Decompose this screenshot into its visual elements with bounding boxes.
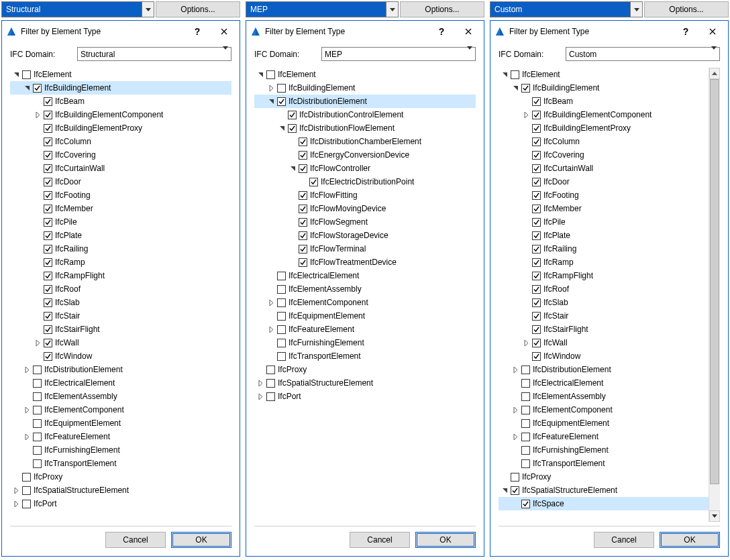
tree-node[interactable]: IfcPort [254, 390, 476, 403]
tree-checkbox[interactable] [532, 111, 541, 119]
tree-node[interactable]: IfcPile [499, 215, 709, 229]
tree-checkbox[interactable] [532, 285, 541, 294]
tree-node[interactable]: IfcBeam [10, 95, 231, 108]
tree-checkbox[interactable] [44, 178, 52, 186]
close-button[interactable] [701, 23, 724, 40]
tree-node[interactable]: IfcBuildingElement [10, 81, 231, 95]
expand-toggle[interactable] [11, 499, 21, 508]
scroll-down-button[interactable] [709, 510, 720, 522]
tree-checkbox[interactable] [521, 392, 530, 401]
tree-checkbox[interactable] [277, 312, 286, 321]
tree-checkbox[interactable] [299, 164, 307, 173]
options-button[interactable]: Options... [644, 1, 729, 17]
close-button[interactable] [457, 23, 480, 40]
ok-button[interactable]: OK [415, 532, 476, 548]
scroll-thumb[interactable] [710, 79, 719, 484]
element-type-tree[interactable]: IfcElementIfcBuildingElementIfcDistribut… [254, 68, 476, 522]
tree-checkbox[interactable] [33, 446, 42, 455]
tree-node[interactable]: IfcDistributionElement [254, 95, 476, 108]
tree-checkbox[interactable] [299, 231, 307, 240]
tree-node[interactable]: IfcElementAssembly [10, 390, 231, 403]
tree-node[interactable]: IfcFeatureElement [10, 430, 231, 443]
tree-node[interactable]: IfcFlowTerminal [254, 242, 476, 256]
tree-checkbox[interactable] [33, 366, 42, 374]
tree-checkbox[interactable] [521, 419, 530, 428]
help-button[interactable]: ? [186, 23, 209, 40]
expand-toggle[interactable] [511, 432, 520, 441]
cancel-button[interactable]: Cancel [105, 532, 166, 548]
tree-checkbox[interactable] [266, 392, 275, 401]
tree-node[interactable]: IfcFooting [10, 188, 231, 202]
tree-node[interactable]: IfcDistributionElement [499, 363, 709, 376]
scroll-up-button[interactable] [709, 68, 720, 79]
tree-node[interactable]: IfcRamp [10, 256, 231, 269]
tree-checkbox[interactable] [299, 205, 307, 213]
tree-checkbox[interactable] [44, 218, 52, 227]
tree-node[interactable]: IfcCovering [10, 148, 231, 162]
tree-node[interactable]: IfcDoor [10, 175, 231, 188]
expand-toggle[interactable] [256, 378, 265, 388]
tree-node[interactable]: IfcStair [10, 309, 231, 323]
chevron-down-icon[interactable] [630, 2, 642, 17]
options-button[interactable]: Options... [400, 1, 484, 17]
tree-checkbox[interactable] [44, 151, 52, 160]
tree-checkbox[interactable] [22, 70, 31, 79]
tree-checkbox[interactable] [33, 84, 42, 93]
tree-checkbox[interactable] [532, 272, 541, 280]
tree-node[interactable]: IfcProxy [10, 470, 231, 484]
tree-node[interactable]: IfcSpatialStructureElement [499, 484, 709, 497]
tree-checkbox[interactable] [532, 151, 541, 160]
tree-node[interactable]: IfcTransportElement [499, 457, 709, 470]
tree-node[interactable]: IfcCurtainWall [499, 162, 709, 175]
tree-node[interactable]: IfcCurtainWall [10, 162, 231, 175]
tree-node[interactable]: IfcBuildingElementProxy [499, 121, 709, 135]
tree-node[interactable]: IfcStair [499, 309, 709, 323]
tree-checkbox[interactable] [511, 473, 519, 482]
tree-node[interactable]: IfcColumn [10, 135, 231, 148]
tree-checkbox[interactable] [309, 178, 318, 186]
tree-checkbox[interactable] [532, 164, 541, 173]
tree-checkbox[interactable] [22, 473, 31, 482]
tree-node[interactable]: IfcRailing [499, 242, 709, 256]
ifc-domain-select[interactable]: Custom [566, 47, 720, 61]
tree-node[interactable]: IfcEquipmentElement [499, 416, 709, 430]
tree-node[interactable]: IfcRamp [499, 256, 709, 269]
tree-checkbox[interactable] [532, 205, 541, 213]
tree-checkbox[interactable] [44, 352, 52, 361]
tree-checkbox[interactable] [44, 258, 52, 267]
ribbon-domain-combo[interactable]: MEP [246, 1, 399, 17]
tree-node[interactable]: IfcFeatureElement [499, 430, 709, 443]
tree-checkbox[interactable] [532, 312, 541, 321]
tree-node[interactable]: IfcRampFlight [10, 269, 231, 282]
tree-node[interactable]: IfcFlowController [254, 162, 476, 175]
tree-checkbox[interactable] [532, 325, 541, 334]
tree-node[interactable]: IfcDoor [499, 175, 709, 188]
tree-node[interactable]: IfcCovering [499, 148, 709, 162]
tree-checkbox[interactable] [44, 272, 52, 280]
tree-checkbox[interactable] [33, 379, 42, 388]
tree-checkbox[interactable] [22, 486, 31, 495]
tree-checkbox[interactable] [299, 151, 307, 160]
expand-toggle[interactable] [500, 486, 509, 495]
tree-node[interactable]: IfcStairFlight [499, 323, 709, 336]
tree-node[interactable]: IfcBuildingElementComponent [499, 108, 709, 121]
chevron-down-icon[interactable] [142, 2, 154, 17]
tree-node[interactable]: IfcSlab [10, 296, 231, 309]
cancel-button[interactable]: Cancel [350, 532, 410, 548]
tree-node[interactable]: IfcBuildingElement [499, 81, 709, 95]
tree-node[interactable]: IfcFlowStorageDevice [254, 229, 476, 242]
tree-checkbox[interactable] [44, 325, 52, 334]
expand-toggle[interactable] [33, 110, 42, 119]
expand-toggle[interactable] [266, 97, 276, 106]
tree-checkbox[interactable] [266, 366, 275, 374]
tree-node[interactable]: IfcTransportElement [10, 457, 231, 470]
tree-checkbox[interactable] [22, 500, 31, 508]
tree-checkbox[interactable] [266, 70, 275, 79]
tree-checkbox[interactable] [532, 339, 541, 347]
tree-checkbox[interactable] [33, 392, 42, 401]
tree-node[interactable]: IfcFlowMovingDevice [254, 202, 476, 215]
tree-node[interactable]: IfcColumn [499, 135, 709, 148]
tree-node[interactable]: IfcEnergyConversionDevice [254, 148, 476, 162]
tree-checkbox[interactable] [532, 137, 541, 146]
ribbon-domain-combo[interactable]: Structural [1, 1, 154, 17]
